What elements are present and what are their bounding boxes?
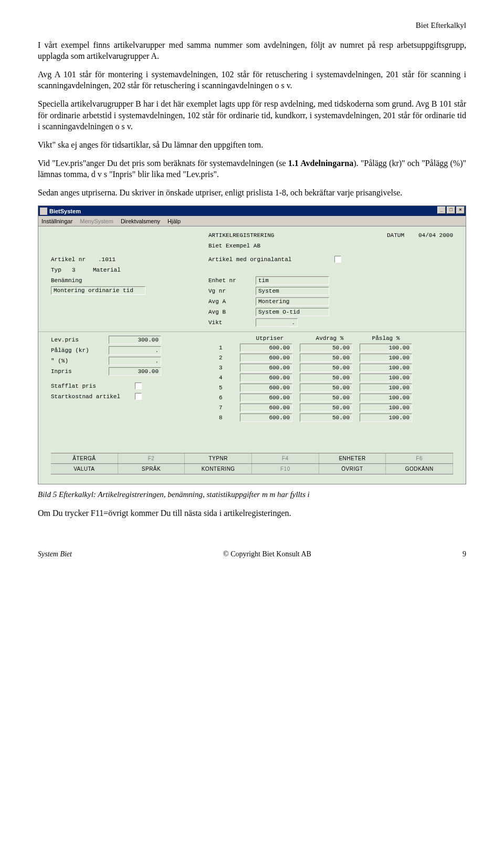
lbl-palaggkr: Pålägg (kr) xyxy=(51,347,109,354)
titlebar: BietSystem _ □ × xyxy=(38,206,466,216)
benamning-field[interactable]: Montering ordinarie tid xyxy=(51,286,145,295)
prices-section: Utpriser Avdrag % Påslag % 1600.0050.001… xyxy=(219,335,419,423)
paslag-value: 100.00 xyxy=(388,415,410,421)
price-row: 1600.0050.00100.00 xyxy=(219,344,419,352)
lbl-orginalantal: Artikel med orginalantal xyxy=(208,256,308,263)
footer-left: System Biet xyxy=(38,550,72,558)
maximize-button[interactable]: □ xyxy=(447,206,455,214)
stafflat-checkbox[interactable] xyxy=(135,382,142,389)
paslag-field[interactable]: 100.00 xyxy=(360,413,412,422)
utpriser-field[interactable]: 600.00 xyxy=(240,403,292,412)
fkey-språk[interactable]: SPRÅK xyxy=(118,464,185,474)
utpriser-field[interactable]: 600.00 xyxy=(240,364,292,372)
menu-direktvalsmeny[interactable]: Direktvalsmeny xyxy=(121,218,160,224)
price-row: 5600.0050.00100.00 xyxy=(219,384,419,392)
client-area: ARTIKELREGISTRERING DATUM 04/04 2000 Bie… xyxy=(38,226,466,484)
avdrag-field[interactable]: 50.00 xyxy=(300,384,352,392)
avdrag-field[interactable]: 50.00 xyxy=(300,394,352,402)
paslag-field[interactable]: 100.00 xyxy=(360,354,412,362)
paslag-field[interactable]: 100.00 xyxy=(360,374,412,382)
utpriser-value: 600.00 xyxy=(269,395,290,401)
orginalantal-checkbox[interactable] xyxy=(334,256,341,263)
avdrag-value: 50.00 xyxy=(332,415,350,421)
close-button[interactable]: × xyxy=(456,206,465,214)
avdrag-field[interactable]: 50.00 xyxy=(300,374,352,382)
price-idx: 6 xyxy=(219,395,240,401)
paslag-value: 100.00 xyxy=(388,345,410,351)
fkey-övrigt[interactable]: ÖVRIGT xyxy=(319,464,386,474)
utpriser-field[interactable]: 600.00 xyxy=(240,384,292,392)
typ-text: Material xyxy=(93,267,121,273)
artikelnr-value: .1011 xyxy=(98,256,130,263)
fkey-återgå[interactable]: ÅTERGÅ xyxy=(51,453,118,463)
avdrag-field[interactable]: 50.00 xyxy=(300,413,352,422)
fkey-f2: F2 xyxy=(118,453,185,463)
price-idx: 7 xyxy=(219,405,240,411)
avdrag-field[interactable]: 50.00 xyxy=(300,354,352,362)
p5-a: Vid "Lev.pris"anger Du det pris som berä… xyxy=(38,159,288,168)
avgb-value: System O-tid xyxy=(258,309,300,315)
fkey-valuta[interactable]: VALUTA xyxy=(51,464,118,474)
hdr-paslag: Påslag % xyxy=(360,335,412,341)
price-row: 6600.0050.00100.00 xyxy=(219,394,419,402)
price-row: 8600.0050.00100.00 xyxy=(219,413,419,422)
fkey-f6: F6 xyxy=(386,453,453,463)
avdrag-field[interactable]: 50.00 xyxy=(300,403,352,412)
doc-header: Biet Efterkalkyl xyxy=(38,21,466,30)
utpriser-field[interactable]: 600.00 xyxy=(240,413,292,422)
fkey-kontering[interactable]: KONTERING xyxy=(185,464,252,474)
utpriser-field[interactable]: 600.00 xyxy=(240,344,292,352)
paslag-field[interactable]: 100.00 xyxy=(360,364,412,372)
palaggkr-value: . xyxy=(155,347,159,354)
lbl-avgb: Avg B xyxy=(208,309,256,315)
enhet-field[interactable]: tim xyxy=(256,276,329,285)
avdrag-field[interactable]: 50.00 xyxy=(300,364,352,372)
utpriser-value: 600.00 xyxy=(269,415,290,421)
paslag-field[interactable]: 100.00 xyxy=(360,394,412,402)
paslag-field[interactable]: 100.00 xyxy=(360,384,412,392)
utpriser-field[interactable]: 600.00 xyxy=(240,394,292,402)
avdrag-value: 50.00 xyxy=(332,345,350,351)
avgb-field[interactable]: System O-tid xyxy=(256,308,329,316)
minimize-button[interactable]: _ xyxy=(437,206,446,214)
app-icon xyxy=(40,208,47,215)
vikt-field[interactable]: . xyxy=(256,318,298,327)
lbl-levpris: Lev.pris xyxy=(51,337,109,343)
paslag-value: 100.00 xyxy=(388,365,410,371)
typ-value: 3 xyxy=(72,267,93,273)
utpriser-field[interactable]: 600.00 xyxy=(240,354,292,362)
paragraph-1: I vårt exempel finns artikelvarupper med… xyxy=(38,39,466,61)
startkost-checkbox[interactable] xyxy=(135,393,142,400)
menu-installningar[interactable]: Inställningar xyxy=(41,218,72,224)
paslag-value: 100.00 xyxy=(388,385,410,391)
avdrag-value: 50.00 xyxy=(332,365,350,371)
benamning-value: Montering ordinarie tid xyxy=(54,287,133,294)
vg-field[interactable]: System xyxy=(256,287,329,295)
fkey-enheter[interactable]: ENHETER xyxy=(319,453,386,463)
paslag-field[interactable]: 100.00 xyxy=(360,344,412,352)
fkey-typnr[interactable]: TYPNR xyxy=(185,453,252,463)
avdrag-field[interactable]: 50.00 xyxy=(300,344,352,352)
avdrag-value: 50.00 xyxy=(332,375,350,381)
lbl-avga: Avg A xyxy=(208,298,256,305)
paslag-field[interactable]: 100.00 xyxy=(360,403,412,412)
utpriser-value: 600.00 xyxy=(269,345,290,351)
inpris-value: 300.00 xyxy=(138,368,159,375)
palaggpct-field[interactable]: . xyxy=(109,357,161,365)
date-label: DATUM xyxy=(387,232,418,239)
utpriser-field[interactable]: 600.00 xyxy=(240,374,292,382)
paslag-value: 100.00 xyxy=(388,405,410,411)
avga-field[interactable]: Montering xyxy=(256,297,329,306)
price-idx: 3 xyxy=(219,365,240,371)
price-idx: 5 xyxy=(219,385,240,391)
fkey-godkänn[interactable]: GODKÄNN xyxy=(386,464,453,474)
levpris-field[interactable]: 300.00 xyxy=(109,336,161,344)
paslag-value: 100.00 xyxy=(388,375,410,381)
menu-hjalp[interactable]: Hjälp xyxy=(167,218,181,224)
lbl-benamning: Benämning xyxy=(51,277,82,284)
price-idx: 8 xyxy=(219,415,240,421)
inpris-field[interactable]: 300.00 xyxy=(109,367,161,376)
price-idx: 1 xyxy=(219,345,240,351)
palaggkr-field[interactable]: . xyxy=(109,346,161,355)
avdrag-value: 50.00 xyxy=(332,355,350,361)
